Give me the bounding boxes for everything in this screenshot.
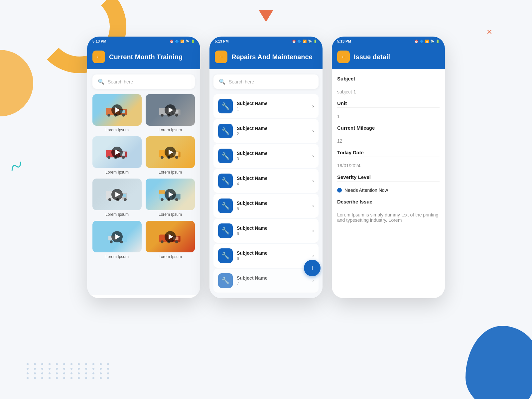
maint-icon-box-2: 🔧: [218, 124, 233, 138]
video-item-5[interactable]: Lorem Ipsum: [92, 179, 142, 217]
svg-point-35: [175, 198, 178, 201]
back-button-1[interactable]: ←: [92, 51, 105, 63]
wrench-icon-1: 🔧: [221, 102, 230, 110]
back-button-2[interactable]: ←: [215, 51, 227, 63]
issue-unit-label: Unit: [337, 100, 440, 106]
video-label-2: Lorem Ipsum: [146, 128, 195, 132]
svg-point-27: [108, 198, 111, 201]
play-btn-1[interactable]: [111, 104, 123, 116]
video-label-3: Lorem Ipsum: [92, 170, 142, 175]
play-btn-4[interactable]: [165, 147, 176, 158]
status-icons-2: ⏰ 🔷 📶 📡 🔋: [292, 40, 317, 43]
arrow-icon-6: ›: [312, 228, 314, 234]
signal-icon-3: 📡: [430, 40, 434, 43]
close-icon[interactable]: ×: [487, 27, 492, 37]
screen-maintenance: 5:13 PM ⏰ 🔷 📶 📡 🔋 ← Repairs And Maintena…: [209, 37, 323, 298]
maint-item-2[interactable]: 🔧 Subject Name 2 ›: [213, 119, 319, 143]
issue-date-field: Today Date 19/01/2024: [337, 150, 440, 168]
search-placeholder-1: Search here: [108, 79, 133, 84]
maint-item-4[interactable]: 🔧 Subject Name 4 ›: [213, 169, 319, 193]
issue-severity-label: Severity Level: [337, 174, 440, 180]
wrench-icon-3: 🔧: [221, 152, 230, 160]
play-btn-7[interactable]: [111, 231, 123, 242]
arrow-icon-2: ›: [312, 128, 314, 134]
screen-training: 5:13 PM ⏰ 🔷 📶 📡 🔋 ← Current Month Traini…: [87, 37, 200, 298]
svg-point-11: [175, 113, 178, 116]
maint-info-4: Subject Name 4: [237, 176, 308, 186]
maint-num-6: 6: [237, 231, 308, 236]
header-title-2: Repairs And Maintenance: [231, 53, 313, 61]
battery-icon: 🔋: [191, 40, 195, 43]
maint-name-7: Subject Name: [237, 250, 308, 256]
maint-item-6[interactable]: 🔧 Subject Name 6 ›: [213, 219, 319, 243]
deco-squiggle-icon: [9, 159, 25, 177]
wifi-icon-3: 📶: [425, 40, 429, 43]
play-btn-5[interactable]: [111, 189, 123, 200]
maint-item-5[interactable]: 🔧 Subject Name 5 ›: [213, 194, 319, 218]
arrow-icon-1: ›: [312, 103, 314, 109]
maint-info-1: Subject Name 1: [237, 101, 308, 111]
issue-subject-field: Subject subject-1: [337, 76, 440, 94]
svg-point-17: [122, 156, 125, 159]
status-time-1: 5:13 PM: [92, 39, 106, 43]
video-item-4[interactable]: Lorem Ipsum: [146, 136, 195, 175]
video-item-6[interactable]: Lorem Ipsum: [146, 179, 195, 217]
deco-blue-blob: [466, 326, 532, 399]
svg-point-38: [110, 240, 113, 243]
search-icon-2: 🔍: [219, 78, 225, 85]
maint-item-7[interactable]: 🔧 Subject Name 6 › +: [213, 244, 319, 268]
video-item-3[interactable]: Lorem Ipsum: [92, 136, 142, 175]
issue-describe-field: Describe Issue Lorem Ipsum is simply dum…: [337, 199, 440, 223]
signal-icon: 📡: [186, 40, 190, 43]
video-label-1: Lorem Ipsum: [92, 128, 142, 132]
video-item-8[interactable]: Lorem Ipsum: [146, 221, 195, 259]
wrench-icon-5: 🔧: [221, 202, 230, 210]
maint-item-3[interactable]: 🔧 Subject Name 3 ›: [213, 144, 319, 168]
play-btn-2[interactable]: [165, 104, 176, 116]
search-icon-1: 🔍: [98, 78, 104, 85]
search-bar-2[interactable]: 🔍 Search here: [213, 74, 319, 89]
video-label-7: Lorem Ipsum: [92, 254, 142, 259]
search-bar-1[interactable]: 🔍 Search here: [92, 74, 195, 89]
video-item-2[interactable]: Lorem Ipsum: [146, 94, 195, 132]
video-item-1[interactable]: Lorem Ipsum: [92, 94, 142, 132]
issue-mileage-label: Current Mileage: [337, 125, 440, 131]
issue-subject-label: Subject: [337, 76, 440, 81]
video-item-7[interactable]: Lorem Ipsum: [92, 221, 142, 259]
play-btn-6[interactable]: [165, 189, 176, 200]
maint-name-4: Subject Name: [237, 176, 308, 181]
maintenance-list: 🔧 Subject Name 1 › 🔧 Subject Name 2: [213, 94, 319, 293]
wrench-icon-8: 🔧: [221, 277, 230, 285]
screen-issue-detail: 5:13 PM ⏰ 🔷 📶 📡 🔋 ← Issue detail Subject…: [332, 37, 445, 298]
maint-num-1: 1: [237, 107, 308, 111]
maint-num-8: 7: [237, 281, 308, 286]
maint-icon-box-8: 🔧: [218, 273, 233, 288]
svg-point-29: [124, 198, 127, 201]
arrow-icon-7: ›: [312, 253, 314, 259]
back-button-3[interactable]: ←: [337, 51, 350, 63]
maint-name-8: Subject Name: [237, 275, 308, 281]
back-arrow-icon-2: ←: [218, 54, 224, 61]
maint-icon-box-7: 🔧: [218, 248, 233, 263]
battery-icon-3: 🔋: [436, 40, 440, 43]
svg-rect-26: [123, 194, 126, 197]
maint-item-8[interactable]: 🔧 Subject Name 7 ›: [213, 269, 319, 293]
back-arrow-icon-3: ←: [340, 54, 346, 61]
play-btn-3[interactable]: [111, 147, 123, 158]
issue-subject-value: subject-1: [337, 89, 440, 94]
maint-name-6: Subject Name: [237, 225, 308, 231]
issue-date-label: Today Date: [337, 150, 440, 155]
status-time-2: 5:13 PM: [215, 39, 229, 43]
maint-num-2: 2: [237, 132, 308, 136]
maint-name-5: Subject Name: [237, 200, 308, 206]
arrow-icon-5: ›: [312, 203, 314, 209]
issue-mileage-value: 12: [337, 138, 440, 144]
play-btn-8[interactable]: [165, 231, 176, 242]
fab-add-button[interactable]: +: [304, 260, 321, 276]
maint-item-1[interactable]: 🔧 Subject Name 1 ›: [213, 94, 319, 118]
training-body: 🔍 Search here Lorem Ipsum: [87, 69, 200, 295]
signal-icon-2: 📡: [308, 40, 312, 43]
maint-icon-box-5: 🔧: [218, 199, 233, 213]
deco-dots: [27, 363, 112, 379]
divider-4: [337, 157, 440, 157]
